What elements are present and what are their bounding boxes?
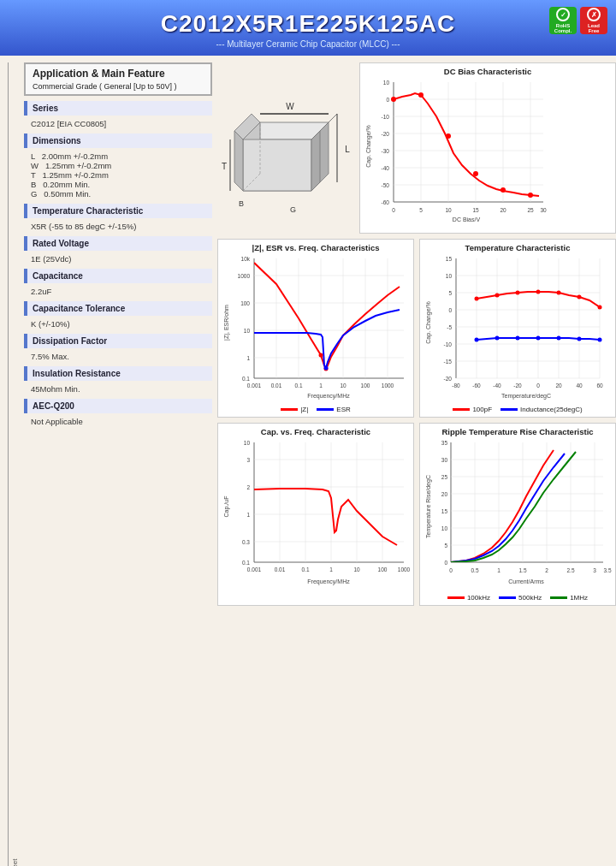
svg-point-85	[319, 353, 323, 358]
svg-text:0: 0	[536, 383, 540, 389]
rated-voltage-value: 1E (25Vdc)	[24, 252, 212, 269]
svg-text:10: 10	[446, 273, 453, 279]
header: C2012X5R1E225K125AC --- Multilayer Ceram…	[0, 0, 616, 56]
svg-text:-30: -30	[382, 148, 390, 154]
svg-rect-136	[254, 442, 404, 562]
svg-text:Cap./uF: Cap./uF	[223, 496, 230, 518]
svg-text:15: 15	[441, 508, 448, 514]
dim-L: L 2.00mm +/-0.2mm	[31, 151, 205, 161]
svg-text:60: 60	[596, 383, 603, 389]
temp-char-section: Temperature Characteristic	[24, 204, 212, 218]
aec-value: Not Applicable	[24, 415, 212, 431]
rohs-icon: ✓	[556, 8, 570, 21]
svg-text:20: 20	[555, 383, 562, 389]
svg-text:-40: -40	[382, 165, 390, 171]
svg-text:-10: -10	[444, 341, 453, 347]
svg-text:-5: -5	[447, 324, 452, 330]
legend-100khz: 100kHz	[447, 594, 490, 602]
app-feature-title: Application & Main Feature	[33, 68, 204, 80]
svg-text:-20: -20	[513, 383, 522, 389]
dim-W: W 1.25mm +/-0.2mm	[31, 161, 205, 170]
svg-text:5: 5	[448, 290, 452, 296]
svg-text:1.5: 1.5	[518, 567, 526, 573]
legend-esr: ESR	[317, 406, 350, 413]
dissipation-value: 7.5% Max.	[24, 350, 212, 366]
temp-char-value: X5R (-55 to 85 degC +/-15%)	[24, 220, 212, 236]
svg-point-123	[495, 294, 500, 298]
dim-T: T 1.25mm +/-0.2mm	[31, 170, 205, 180]
char-sheet-label: Characterization Sheet	[8, 62, 19, 866]
svg-marker-4	[243, 139, 311, 191]
lead-sublabel: Free	[589, 28, 600, 33]
ripple-chart: Ripple Temperature Rise Characteristic	[419, 423, 616, 606]
svg-text:0.3: 0.3	[242, 539, 250, 545]
svg-text:W: W	[286, 102, 294, 111]
svg-text:G: G	[290, 205, 296, 214]
svg-text:0: 0	[448, 307, 452, 313]
impedance-chart: |Z|, ESR vs. Freq. Characteristics	[217, 239, 414, 418]
svg-point-130	[495, 336, 500, 341]
svg-point-129	[475, 338, 479, 342]
rohs-badge: ✓ RoHS Compl.	[549, 7, 577, 34]
left-column: Application & Main Feature Commercial Gr…	[24, 62, 212, 866]
svg-text:1000: 1000	[238, 273, 251, 279]
svg-point-55	[500, 187, 506, 193]
lead-badge: ✗ Lead Free	[580, 7, 607, 34]
svg-text:-60: -60	[472, 383, 481, 389]
svg-point-53	[446, 133, 451, 139]
legend-500khz: 500kHz	[499, 594, 542, 602]
app-feature-content: Commercial Grade ( General [Up to 50V] )	[33, 82, 204, 91]
svg-point-124	[516, 291, 520, 295]
insulation-section: Insulation Resistance	[24, 366, 212, 381]
svg-text:0.001: 0.001	[247, 566, 262, 572]
svg-point-87	[324, 366, 329, 371]
svg-text:20: 20	[500, 207, 506, 213]
svg-text:-80: -80	[452, 383, 460, 389]
svg-text:25: 25	[441, 474, 448, 480]
svg-text:3: 3	[246, 457, 250, 463]
lead-icon: ✗	[587, 8, 601, 21]
svg-text:100: 100	[361, 383, 370, 389]
rated-voltage-section: Rated Voltage	[24, 236, 212, 251]
svg-text:-10: -10	[382, 114, 390, 120]
svg-text:DC Bias/V: DC Bias/V	[453, 216, 481, 222]
capacitor-image: W L T B G	[217, 62, 354, 234]
svg-text:-40: -40	[493, 383, 501, 389]
legend-z: |Z|	[281, 406, 308, 413]
svg-text:10: 10	[445, 207, 452, 213]
svg-text:Temperature/degC: Temperature/degC	[501, 393, 551, 400]
svg-text:Frequency/MHz: Frequency/MHz	[307, 578, 350, 585]
svg-text:1: 1	[329, 566, 333, 572]
aec-section: AEC-Q200	[24, 399, 212, 413]
cap-freq-chart: Cap. vs. Freq. Characteristic	[217, 423, 414, 606]
svg-text:0.1: 0.1	[294, 383, 302, 389]
temperature-legend: 100pF Inductance(25degC)	[424, 406, 612, 413]
temperature-chart: Temperature Characteristic	[419, 239, 616, 418]
svg-text:20: 20	[441, 491, 448, 497]
svg-point-125	[536, 290, 541, 294]
svg-text:0.1: 0.1	[242, 376, 250, 382]
svg-point-126	[557, 291, 561, 295]
legend-temp-cap: 100pF	[453, 406, 492, 413]
svg-text:T: T	[222, 162, 227, 171]
svg-text:25: 25	[527, 207, 534, 213]
svg-point-52	[418, 92, 424, 98]
svg-rect-163	[451, 442, 603, 562]
impedance-title: |Z|, ESR vs. Freq. Characteristics	[222, 243, 410, 252]
series-section: Series	[24, 101, 212, 116]
dimensions-section: Dimensions	[24, 133, 212, 148]
svg-text:10: 10	[340, 383, 346, 389]
cap-tolerance-value: K (+/-10%)	[24, 317, 212, 334]
svg-text:30: 30	[540, 207, 547, 213]
svg-point-131	[516, 336, 520, 341]
svg-text:1000: 1000	[382, 383, 394, 389]
svg-text:10: 10	[353, 566, 360, 572]
svg-text:L: L	[345, 145, 350, 154]
svg-text:5: 5	[444, 543, 447, 549]
svg-text:|Z|, ESR/ohm: |Z|, ESR/ohm	[223, 305, 230, 341]
dissipation-section: Dissipation Factor	[24, 334, 212, 348]
svg-rect-88	[456, 258, 600, 378]
dc-bias-chart: DC Bias Characteristic	[359, 62, 616, 234]
svg-text:0.001: 0.001	[247, 383, 262, 389]
svg-text:1: 1	[497, 567, 500, 573]
